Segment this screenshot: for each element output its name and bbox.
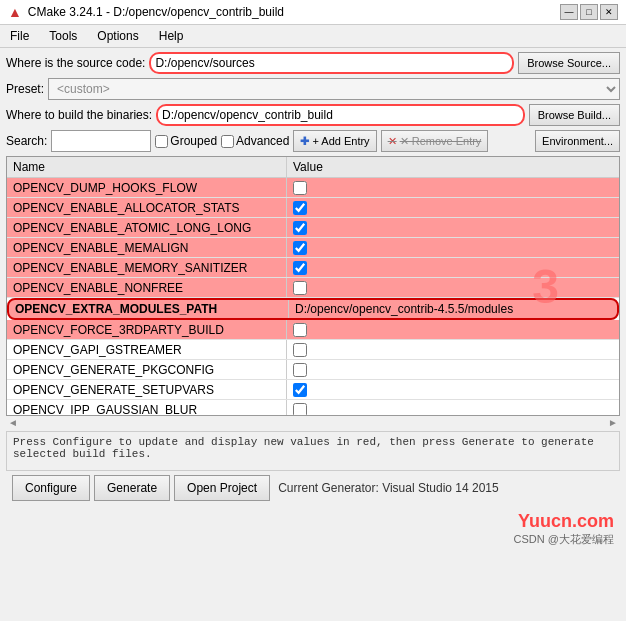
menu-bar: FileToolsOptionsHelp <box>0 25 626 48</box>
cell-name: OPENCV_ENABLE_MEMALIGN <box>7 238 287 257</box>
search-input[interactable] <box>51 130 151 152</box>
column-value-header: Value <box>287 157 619 177</box>
row-checkbox[interactable] <box>293 241 307 255</box>
cell-name-extra-modules: OPENCV_EXTRA_MODULES_PATH <box>9 300 289 318</box>
csdn-label: CSDN @大花爱编程 <box>0 532 614 547</box>
title-bar-text: CMake 3.24.1 - D:/opencv/opencv_contrib_… <box>28 5 284 19</box>
cell-value-extra-modules: D:/opencv/opencv_contrib-4.5.5/modules <box>289 300 617 318</box>
grouped-checkbox[interactable] <box>155 135 168 148</box>
menu-item-tools[interactable]: Tools <box>45 27 81 45</box>
cell-name: OPENCV_IPP_GAUSSIAN_BLUR <box>7 400 287 416</box>
add-entry-button[interactable]: ✚ + Add Entry <box>293 130 376 152</box>
generate-button[interactable]: Generate <box>94 475 170 501</box>
source-label: Where is the source code: <box>6 56 145 70</box>
bottom-toolbar: Configure Generate Open Project Current … <box>6 471 620 505</box>
environment-button[interactable]: Environment... <box>535 130 620 152</box>
column-name-header: Name <box>7 157 287 177</box>
table-row[interactable]: OPENCV_ENABLE_NONFREE <box>7 278 619 298</box>
cell-value[interactable] <box>287 178 619 197</box>
cell-name: OPENCV_GENERATE_PKGCONFIG <box>7 360 287 379</box>
watermark-text: Yuucn.com <box>0 511 614 532</box>
app-icon: ▲ <box>8 4 22 20</box>
cell-name: OPENCV_ENABLE_MEMORY_SANITIZER <box>7 258 287 277</box>
toolbar-row: Search: Grouped Advanced ✚ + Add Entry ✕… <box>6 130 620 152</box>
main-content: Where is the source code: Browse Source.… <box>0 48 626 509</box>
cell-name: OPENCV_DUMP_HOOKS_FLOW <box>7 178 287 197</box>
table-row[interactable]: OPENCV_DUMP_HOOKS_FLOW <box>7 178 619 198</box>
status-text: Press Configure to update and display ne… <box>13 436 594 460</box>
cell-name: OPENCV_GAPI_GSTREAMER <box>7 340 287 359</box>
generator-label: Current Generator: Visual Studio 14 2015 <box>278 481 499 495</box>
build-row: Where to build the binaries: Browse Buil… <box>6 104 620 126</box>
build-label: Where to build the binaries: <box>6 108 152 122</box>
menu-item-help[interactable]: Help <box>155 27 188 45</box>
maximize-button[interactable]: □ <box>580 4 598 20</box>
browse-source-button[interactable]: Browse Source... <box>518 52 620 74</box>
browse-build-button[interactable]: Browse Build... <box>529 104 620 126</box>
cell-name: OPENCV_ENABLE_ATOMIC_LONG_LONG <box>7 218 287 237</box>
table-row[interactable]: OPENCV_GAPI_GSTREAMER <box>7 340 619 360</box>
cell-value[interactable] <box>287 278 619 297</box>
watermark-section: Yuucn.com CSDN @大花爱编程 <box>0 511 626 547</box>
row-checkbox[interactable] <box>293 181 307 195</box>
scroll-hint: ◄ ► <box>6 416 620 429</box>
preset-row: Preset: <custom> <box>6 78 620 100</box>
cell-value[interactable] <box>287 198 619 217</box>
row-checkbox[interactable] <box>293 403 307 417</box>
cell-value[interactable] <box>287 340 619 359</box>
row-checkbox[interactable] <box>293 221 307 235</box>
row-checkbox[interactable] <box>293 261 307 275</box>
source-row: Where is the source code: Browse Source.… <box>6 52 620 74</box>
cell-value[interactable] <box>287 400 619 416</box>
row-checkbox[interactable] <box>293 201 307 215</box>
advanced-checkbox[interactable] <box>221 135 234 148</box>
row-checkbox[interactable] <box>293 343 307 357</box>
search-label: Search: <box>6 134 47 148</box>
cell-value[interactable] <box>287 320 619 339</box>
menu-item-options[interactable]: Options <box>93 27 142 45</box>
cell-name: OPENCV_ENABLE_ALLOCATOR_STATS <box>7 198 287 217</box>
table-row[interactable]: OPENCV_FORCE_3RDPARTY_BUILD <box>7 320 619 340</box>
title-bar: ▲ CMake 3.24.1 - D:/opencv/opencv_contri… <box>0 0 626 25</box>
source-input[interactable] <box>149 52 514 74</box>
advanced-checkbox-label[interactable]: Advanced <box>221 134 289 148</box>
table-row[interactable]: OPENCV_ENABLE_MEMORY_SANITIZER <box>7 258 619 278</box>
row-checkbox[interactable] <box>293 383 307 397</box>
table-row-highlighted[interactable]: OPENCV_EXTRA_MODULES_PATH D:/opencv/open… <box>7 298 619 320</box>
cmake-table[interactable]: Name Value OPENCV_DUMP_HOOKS_FLOW OPENCV… <box>6 156 620 416</box>
preset-select[interactable]: <custom> <box>48 78 620 100</box>
row-checkbox[interactable] <box>293 281 307 295</box>
table-row[interactable]: OPENCV_GENERATE_SETUPVARS <box>7 380 619 400</box>
open-project-button[interactable]: Open Project <box>174 475 270 501</box>
cell-value[interactable] <box>287 258 619 277</box>
table-row[interactable]: OPENCV_ENABLE_MEMALIGN <box>7 238 619 258</box>
table-row[interactable]: OPENCV_GENERATE_PKGCONFIG <box>7 360 619 380</box>
table-row[interactable]: OPENCV_IPP_GAUSSIAN_BLUR <box>7 400 619 416</box>
grouped-checkbox-label[interactable]: Grouped <box>155 134 217 148</box>
table-row[interactable]: OPENCV_ENABLE_ALLOCATOR_STATS <box>7 198 619 218</box>
status-bar: Press Configure to update and display ne… <box>6 431 620 471</box>
build-input[interactable] <box>156 104 525 126</box>
preset-label: Preset: <box>6 82 44 96</box>
cell-value[interactable] <box>287 360 619 379</box>
minimize-button[interactable]: — <box>560 4 578 20</box>
row-checkbox[interactable] <box>293 323 307 337</box>
window-controls: — □ ✕ <box>560 4 618 20</box>
cell-value[interactable] <box>287 380 619 399</box>
table-header: Name Value <box>7 157 619 178</box>
table-row[interactable]: OPENCV_ENABLE_ATOMIC_LONG_LONG <box>7 218 619 238</box>
configure-button[interactable]: Configure <box>12 475 90 501</box>
cell-name: OPENCV_GENERATE_SETUPVARS <box>7 380 287 399</box>
cell-value[interactable] <box>287 218 619 237</box>
cell-name: OPENCV_ENABLE_NONFREE <box>7 278 287 297</box>
row-checkbox[interactable] <box>293 363 307 377</box>
cell-name: OPENCV_FORCE_3RDPARTY_BUILD <box>7 320 287 339</box>
close-button[interactable]: ✕ <box>600 4 618 20</box>
menu-item-file[interactable]: File <box>6 27 33 45</box>
remove-entry-button[interactable]: ✕ ✕ Remove Entry <box>381 130 489 152</box>
cell-value[interactable] <box>287 238 619 257</box>
